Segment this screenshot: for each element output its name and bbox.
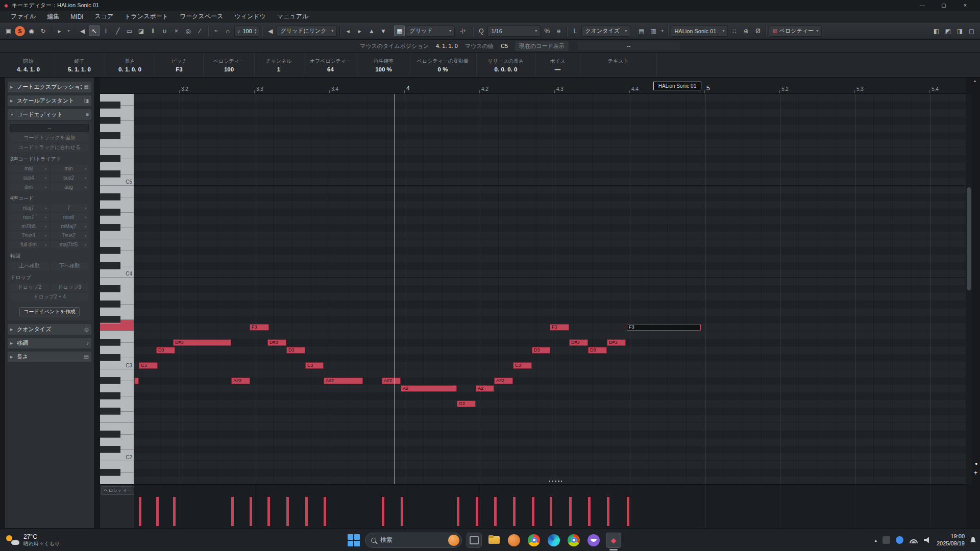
info-value-voice[interactable]: — (555, 66, 561, 72)
mute-tool[interactable]: × (171, 26, 182, 36)
white-key[interactable] (100, 323, 134, 331)
length-quantize-select[interactable]: クオンタイズ▾ (581, 26, 630, 37)
black-key[interactable] (100, 446, 134, 454)
chord-type-button[interactable]: m7/b5▸ (10, 222, 49, 230)
black-key[interactable] (100, 408, 134, 415)
browser-icon[interactable] (566, 533, 581, 548)
black-key[interactable] (100, 339, 134, 346)
info-value-probability[interactable]: 100 % (375, 66, 392, 72)
menu-item[interactable]: 編集 (41, 12, 65, 21)
nudge-right-icon[interactable]: ▸ (354, 26, 365, 36)
black-key[interactable] (100, 193, 134, 201)
midi-note[interactable]: D3 (588, 347, 607, 354)
info-value-channel[interactable]: 1 (277, 66, 280, 72)
section-transpose[interactable]: ▶移調♪ (8, 338, 91, 348)
white-key[interactable] (100, 293, 134, 300)
white-key[interactable] (100, 163, 134, 170)
acoustic-feedback-button[interactable]: ◉ (26, 26, 37, 36)
midi-note[interactable]: C3 (305, 362, 324, 369)
chord-type-button[interactable]: maj7▸ (10, 204, 49, 212)
quantize-preset-select[interactable]: 1/16▾ (487, 26, 541, 37)
discord-icon[interactable] (586, 533, 601, 548)
black-key[interactable] (100, 316, 134, 323)
velocity-lane[interactable] (134, 484, 966, 528)
stepper-arrows[interactable]: ▴▾ (255, 28, 257, 34)
chord-type-button[interactable]: min▸ (51, 165, 89, 172)
notification-bell-icon[interactable] (970, 537, 976, 543)
white-key[interactable] (100, 278, 134, 285)
menu-item[interactable]: MIDI (65, 13, 89, 20)
volume-icon[interactable] (924, 537, 931, 543)
black-key[interactable] (100, 300, 134, 308)
drop-button[interactable]: ドロップ3 (51, 283, 89, 291)
white-key[interactable] (100, 438, 134, 446)
inversion-button[interactable]: 下へ移動 (51, 262, 89, 270)
velocity-bar[interactable] (513, 497, 516, 526)
curve-icon[interactable]: ∩ (223, 26, 233, 36)
velocity-bar[interactable] (607, 497, 609, 526)
vertical-scrollbar[interactable] (966, 94, 972, 484)
velocity-bar[interactable] (286, 497, 289, 526)
right-zone-toggle-icon[interactable]: ◨ (954, 26, 965, 36)
taskbar-clock[interactable]: 19:00 2025/09/19 (937, 533, 965, 547)
section-length[interactable]: ▶長さ▤ (8, 352, 91, 362)
midi-note[interactable]: D#3 (569, 339, 588, 346)
chord-type-button[interactable]: full dim▸ (10, 241, 49, 248)
info-value-velocity-variance[interactable]: 0 % (438, 66, 448, 72)
info-value-pitch[interactable]: F3 (176, 66, 182, 72)
zoom-tool[interactable]: ◎ (183, 26, 193, 36)
audition-icon[interactable]: ◀ (77, 26, 88, 36)
midi-note[interactable]: A#2 (231, 378, 250, 384)
white-key[interactable] (100, 124, 134, 132)
velocity-bar[interactable] (476, 497, 478, 526)
chord-type-button[interactable]: sus2▸ (51, 174, 89, 182)
velocity-bar[interactable] (173, 497, 176, 526)
white-key[interactable] (100, 308, 134, 316)
line-tool[interactable]: ∕ (194, 26, 205, 36)
white-key[interactable] (100, 232, 134, 239)
quantize-panel-icon[interactable]: e (553, 26, 564, 36)
white-key[interactable] (100, 461, 134, 469)
midi-note[interactable]: D3 (532, 347, 550, 354)
black-key[interactable] (100, 262, 134, 270)
info-value-velocity[interactable]: 100 (224, 66, 234, 72)
midi-note[interactable]: D3 (156, 347, 175, 354)
menu-item[interactable]: ファイル (5, 12, 41, 21)
drop-button[interactable]: ドロップ2 (10, 283, 49, 291)
velocity-bar[interactable] (324, 497, 326, 526)
midi-note[interactable]: C3 (139, 362, 158, 369)
nudge-left-icon[interactable]: ◂ (342, 26, 353, 36)
drop-2-4-button[interactable]: ドロップ2 + 4 (10, 293, 89, 301)
white-key[interactable] (100, 140, 134, 147)
piano-keyboard[interactable]: C5C4C3C2 (100, 94, 134, 484)
info-value-release-length[interactable]: 0. 0. 0. 0 (495, 66, 518, 72)
midi-note[interactable]: A#2 (494, 378, 513, 384)
black-key[interactable] (100, 117, 134, 124)
transpose-down-icon[interactable]: ▼ (378, 26, 388, 36)
info-value-start[interactable]: 4. 4. 1. 0 (17, 66, 40, 72)
zoom-handle-icon[interactable]: ● (975, 461, 977, 466)
midi-note[interactable]: F3 (550, 324, 569, 331)
velocity-bar[interactable] (494, 497, 497, 526)
black-key[interactable] (100, 354, 134, 362)
menu-item[interactable]: ウィンドウ (229, 12, 271, 21)
maximize-button[interactable]: ▢ (933, 3, 954, 8)
black-key[interactable] (100, 469, 134, 477)
solo-editor-button[interactable]: S (15, 26, 25, 36)
velocity-bar[interactable] (267, 497, 270, 526)
autoscroll-dropdown-icon[interactable]: ▾ (66, 26, 71, 36)
left-zone-toggle-icon[interactable]: ◧ (931, 26, 942, 36)
iterative-quantize-icon[interactable]: % (542, 26, 552, 36)
velocity-bar[interactable] (401, 497, 403, 526)
snap-icon[interactable]: ▦ (394, 26, 405, 36)
black-key[interactable] (100, 431, 134, 438)
scrollbar-thumb[interactable] (967, 187, 971, 290)
edge-icon[interactable] (546, 533, 561, 548)
chord-type-button[interactable]: aug▸ (51, 183, 89, 191)
chord-type-button[interactable]: sus4▸ (10, 174, 49, 182)
white-key[interactable] (100, 415, 134, 423)
midi-note[interactable]: C3 (513, 362, 532, 369)
midi-input-icon[interactable]: ⊕ (741, 26, 751, 36)
length-quantize-icon[interactable]: L (570, 26, 580, 36)
white-key[interactable] (100, 216, 134, 224)
